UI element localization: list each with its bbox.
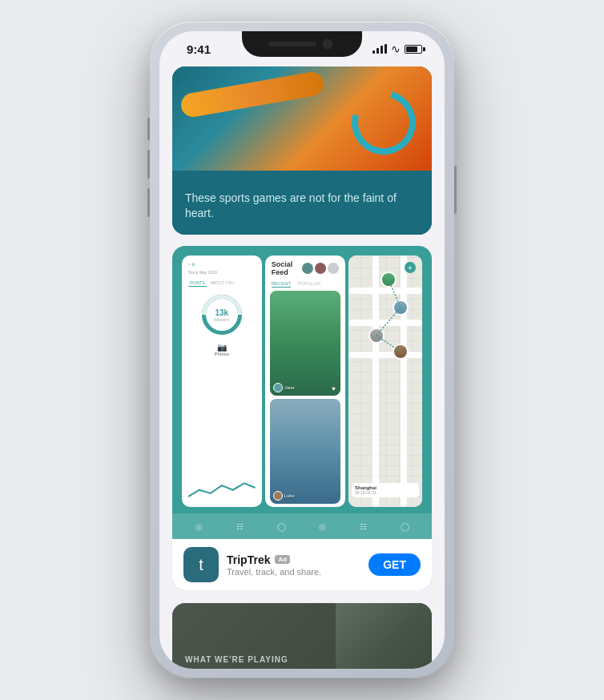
social-post-1: Jane ♥ — [270, 291, 340, 396]
nav-globe-2-icon[interactable]: ◎ — [315, 518, 331, 534]
map-time: 06:15-04:31 — [355, 490, 416, 495]
followers-count: 13k — [214, 308, 230, 317]
nav-grid-2-icon[interactable]: ☷ — [356, 518, 372, 534]
sports-board-decoration — [179, 70, 325, 119]
social-feed-tabs: RECENT POPULAR — [265, 281, 345, 291]
sports-card: These sports games are not for the faint… — [172, 66, 432, 235]
wifi-icon: ∿ — [391, 42, 401, 55]
recent-tab[interactable]: RECENT — [272, 281, 292, 288]
social-feed-header: Social Feed — [265, 255, 345, 281]
about-tab[interactable]: ABOUT YOU — [209, 280, 236, 287]
playing-card-image — [336, 603, 432, 669]
stats-tabs: POINTS ABOUT YOU — [188, 280, 256, 287]
nav-person-2-icon[interactable]: ◯ — [397, 518, 413, 534]
post-1-username: Jane — [284, 385, 295, 390]
followers-label: followers — [214, 317, 230, 322]
post-2-avatar — [273, 491, 283, 501]
status-icons: ∿ — [372, 42, 425, 55]
post-1-likes: ♥ — [332, 385, 336, 392]
notch — [242, 31, 362, 57]
sports-card-image — [172, 66, 432, 171]
get-button[interactable]: GET — [368, 553, 421, 576]
phone-mockup: 9:41 ∿ — [150, 22, 454, 678]
notch-camera — [323, 39, 332, 49]
playing-title: Jump Into the — [185, 667, 311, 669]
post-1-user: Jane — [273, 383, 295, 392]
nav-grid-icon[interactable]: ☷ — [232, 518, 248, 534]
avatar-2 — [315, 263, 326, 274]
svg-line-2 — [376, 336, 401, 352]
notch-speaker — [268, 42, 316, 46]
triptrek-app-icon: t — [183, 547, 219, 582]
avatar-more — [328, 263, 339, 274]
social-feed-avatars — [302, 263, 339, 274]
popular-tab[interactable]: POPULAR — [297, 281, 320, 288]
triptrek-nav: ◎ ☷ ◯ ◎ ☷ ◯ — [172, 513, 432, 539]
map-location-info: Shanghai 06:15-04:31 — [352, 483, 419, 497]
phone-screen: 9:41 ∿ — [159, 31, 445, 669]
avatar-1 — [302, 263, 313, 274]
sports-swirl-decoration — [340, 78, 427, 166]
battery-icon — [405, 45, 425, 54]
triptrek-social-panel: Social Feed RECENT POPULAR — [265, 255, 345, 507]
map-add-button[interactable]: + — [405, 262, 416, 273]
triptrek-store-row: t TripTrek Ad Travel, track, and share. … — [172, 539, 432, 590]
playing-card-content: WHAT WE'RE PLAYING Jump Into the — [172, 644, 324, 669]
stats-header: e ⚙ — [188, 262, 256, 267]
screen-content: These sports games are not for the faint… — [159, 31, 445, 669]
sports-card-text: These sports games are not for the faint… — [172, 179, 432, 235]
post-2-username: Luke — [284, 493, 295, 498]
social-feed-title: Social Feed — [272, 260, 302, 276]
triptrek-app-name: TripTrek Ad — [227, 553, 360, 566]
playing-eyebrow: WHAT WE'RE PLAYING — [185, 655, 311, 664]
points-tab[interactable]: POINTS — [188, 280, 207, 287]
sports-card-description: These sports games are not for the faint… — [185, 191, 419, 222]
photos-label: 📷 Photos — [188, 343, 256, 356]
post-2-user: Luke — [273, 491, 295, 501]
stats-graph — [188, 356, 256, 501]
nav-globe-icon[interactable]: ◎ — [191, 518, 207, 534]
ad-badge: Ad — [275, 555, 290, 564]
triptrek-map-panel: Shanghai 06:15-04:31 + — [348, 255, 422, 507]
triptrek-stats-panel: e ⚙ Since May 2019 POINTS ABOUT YOU 13k … — [182, 255, 262, 507]
triptrek-app-desc: Travel, track, and share. — [227, 567, 360, 577]
status-time: 9:41 — [179, 42, 211, 56]
triptrek-card: e ⚙ Since May 2019 POINTS ABOUT YOU 13k … — [172, 246, 432, 590]
playing-card: WHAT WE'RE PLAYING Jump Into the — [172, 603, 432, 669]
post-1-avatar — [273, 383, 283, 392]
nav-person-icon[interactable]: ◯ — [273, 518, 289, 534]
svg-line-0 — [389, 280, 401, 308]
followers-circle: 13k followers — [202, 295, 242, 335]
social-post-2: Luke — [270, 399, 340, 504]
svg-line-1 — [376, 308, 401, 336]
triptrek-app-info: TripTrek Ad Travel, track, and share. — [227, 553, 360, 577]
stats-date: Since May 2019 — [188, 270, 256, 275]
signal-icon — [372, 44, 387, 54]
triptrek-screens: e ⚙ Since May 2019 POINTS ABOUT YOU 13k … — [172, 246, 432, 513]
